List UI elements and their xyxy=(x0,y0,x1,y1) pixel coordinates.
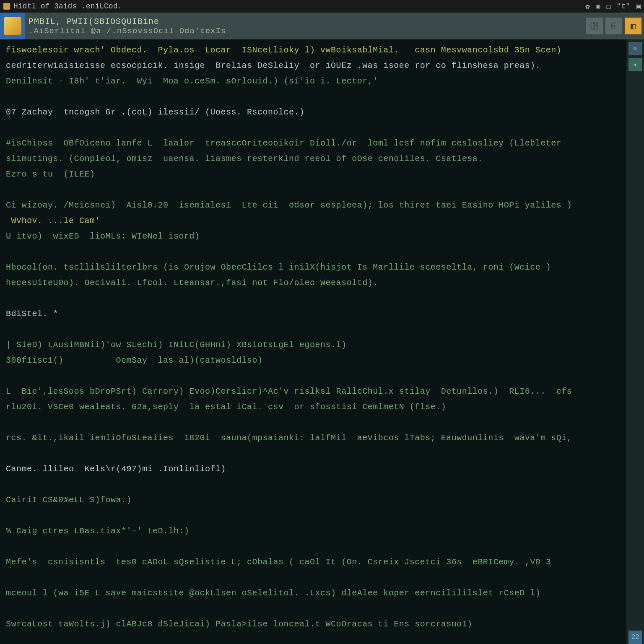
code-line: mceoul l (wa i5E L save maicstsite @ockL… xyxy=(6,587,621,600)
system-tray: ✿ ◉ ❏ "t" ▣ xyxy=(585,2,641,11)
code-line: fiswoelesoir wrach' Obdecd. Pyla.os Loca… xyxy=(6,44,621,57)
sidebar-badge[interactable]: 22 xyxy=(628,631,642,644)
code-line xyxy=(6,369,621,382)
code-line: Mefe's csnisisntls tes0 cADoL sQselistie… xyxy=(6,556,621,569)
code-line: | SieD) LAusiMBNii)'ow SLechi) INiLC(GHH… xyxy=(6,338,621,351)
code-line xyxy=(6,292,621,305)
tab-label-area[interactable]: PMBIL, PWII(SBIOSQUIBine .AiSerlital @a … xyxy=(25,13,586,39)
code-line: hecesUiteU0o). Oecivali. Lfcol. Lteansar… xyxy=(6,276,621,289)
toolbar-button-2[interactable]: ⎘ xyxy=(605,18,622,34)
window-title: Hidtl of 3aids .eniLCod. xyxy=(13,2,122,10)
code-line xyxy=(6,121,621,134)
tray-icon-box[interactable]: ▣ xyxy=(636,2,641,11)
right-sidebar: ⟐ ✦ 22 xyxy=(626,39,644,644)
code-line: SwrcaLost taWolts.j) clABJc8 dSleJicai) … xyxy=(6,618,621,631)
code-line xyxy=(6,602,621,615)
code-line: BdiStel. * xyxy=(6,307,621,320)
code-line: CairiI CS&0%eLL S)fowa.) xyxy=(6,493,621,506)
editor-content[interactable]: fiswoelesoir wrach' Obdecd. Pyla.os Loca… xyxy=(0,39,626,644)
tray-icon-shield[interactable]: ❏ xyxy=(606,2,611,11)
code-line xyxy=(6,183,621,196)
code-line: Ezro s tu (ILEE) xyxy=(6,168,621,181)
tab-subtitle: .AiSerlital @a /.nSsovssOcil Oda'texIs xyxy=(29,26,586,36)
toolbar-button-1[interactable]: 灘 xyxy=(586,18,603,34)
code-line: Denilnsit - I8h' t'iar. Wyi Moa o.ceSm. … xyxy=(6,75,621,88)
code-line: WVhov. ...le Cam' xyxy=(6,214,621,227)
code-line xyxy=(6,447,621,460)
code-line: Canme. llileo Kels\r(497)mi .Ionlinliofl… xyxy=(6,462,621,475)
app-icon xyxy=(3,3,10,10)
tab-title: PMBIL, PWII(SBIOSQUIBine xyxy=(29,17,586,26)
code-line: cedriterwiaisieisse ecsocpicik. insige B… xyxy=(6,59,621,72)
code-line xyxy=(6,90,621,103)
code-line xyxy=(6,323,621,336)
code-line xyxy=(6,245,621,258)
code-line xyxy=(6,416,621,429)
toolbar-button-3[interactable]: ◧ xyxy=(625,18,641,34)
code-line: rcs. &it.,ikail iemliOfoSLeaiies 1820i s… xyxy=(6,431,621,444)
code-line: rlu20i. VSCe0 wealeats. G2a,seply la est… xyxy=(6,400,621,413)
code-line: Ci wizoay. /Meicsnei) Aisl0.20 isemiales… xyxy=(6,199,621,212)
file-icon xyxy=(4,17,21,35)
tab-file-icon[interactable] xyxy=(0,13,25,39)
code-line xyxy=(6,540,621,553)
code-line: slimutings. (Conpleol, omisz uaensa. lia… xyxy=(6,152,621,165)
code-line: U itvo) wixED lioMLs: WIeNel isord) xyxy=(6,230,621,243)
code-line: % Caig ctres LBas.tiax*'-' teD.lh:) xyxy=(6,525,621,538)
tray-icon-quote[interactable]: "t" xyxy=(617,2,630,10)
code-line: L Bie',lesSoos bDroPSrt) Carrory) Evoo)C… xyxy=(6,385,621,398)
tray-icon-gear[interactable]: ✿ xyxy=(585,2,590,11)
sidebar-button-1[interactable]: ⟐ xyxy=(628,42,642,55)
code-line xyxy=(6,509,621,522)
sidebar-button-2[interactable]: ✦ xyxy=(628,58,642,71)
code-line: #isChioss OBfOiceno lanfe L laalor treas… xyxy=(6,137,621,150)
tab-bar: PMBIL, PWII(SBIOSQUIBine .AiSerlital @a … xyxy=(0,13,644,39)
code-line xyxy=(6,633,621,644)
tray-icon-globe[interactable]: ◉ xyxy=(596,2,600,11)
code-line: 300f1isc1() OemSay las al)(catwosldlso) xyxy=(6,354,621,367)
code-line xyxy=(6,571,621,584)
title-bar: Hidtl of 3aids .eniLCod. ✿ ◉ ❏ "t" ▣ xyxy=(0,0,644,13)
code-line: Hbocol(on. tscllilslilterlbrs (is Orujow… xyxy=(6,261,621,274)
code-line xyxy=(6,478,621,491)
code-line: 07 Zachay tncogsh Gr .(coL) ilessii/ (Uo… xyxy=(6,106,621,119)
